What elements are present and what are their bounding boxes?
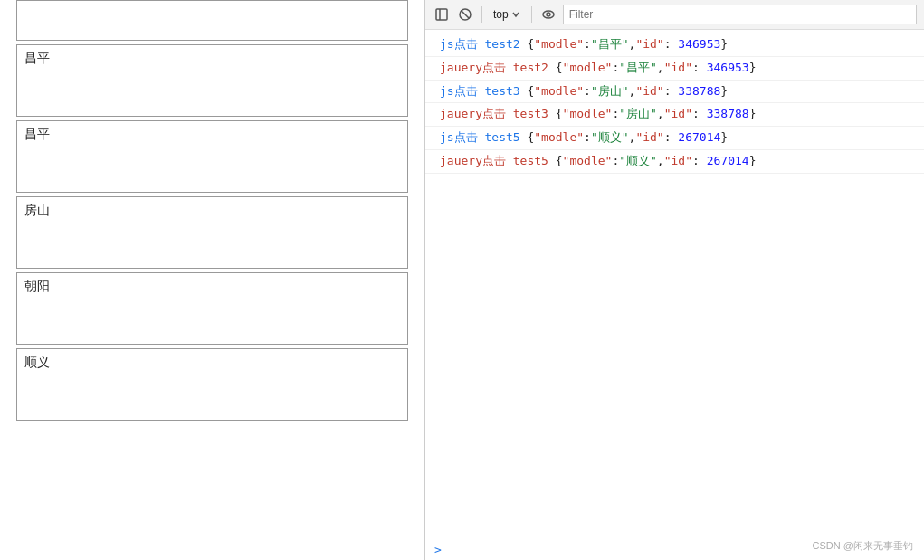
svg-line-3 [462,11,470,19]
svg-point-4 [543,11,554,18]
console-line: jauery点击 test5 {"modle":"顺义","id": 26701… [425,150,924,174]
console-line: js点击 test2 {"modle":"昌平","id": 346953} [425,33,924,57]
list-item[interactable]: 昌平 [16,120,408,193]
list-item[interactable]: 房山 [16,196,408,269]
list-item-title-1: 昌平 [24,51,400,67]
list-item[interactable]: 顺义 [16,348,408,421]
list-item[interactable]: 昌平 [16,44,408,117]
toolbar-divider [481,6,482,23]
list-item-title-5: 顺义 [24,355,400,371]
top-label: top [493,8,509,21]
list-item[interactable]: 朝阳 [16,272,408,345]
panel-toggle-icon[interactable] [433,5,451,24]
toolbar-divider2 [531,6,532,23]
filter-input[interactable] [563,5,917,24]
list-item-title-4: 朝阳 [24,279,400,295]
top-dropdown[interactable]: top [490,6,524,23]
console-line: js点击 test5 {"modle":"顺义","id": 267014} [425,127,924,150]
console-line: jauery点击 test2 {"modle":"昌平","id": 34695… [425,57,924,81]
block-icon[interactable] [456,5,474,24]
left-panel: 昌平 昌平 房山 朝阳 顺义 [0,0,425,560]
svg-rect-0 [436,9,447,20]
console-line: js点击 test3 {"modle":"房山","id": 338788} [425,81,924,104]
console-output: js点击 test2 {"modle":"昌平","id": 346953}ja… [425,30,924,539]
list-item-title-3: 房山 [24,203,400,219]
right-panel: top js点击 test2 {"modle":"昌平","id": 34695… [425,0,924,560]
eye-icon[interactable] [539,5,557,24]
watermark: CSDN @闲来无事垂钓 [813,539,913,553]
svg-point-5 [547,13,550,16]
devtools-toolbar: top [425,0,924,30]
list-item-partial[interactable] [16,0,408,41]
list-item-title-2: 昌平 [24,127,400,143]
console-line: jauery点击 test3 {"modle":"房山","id": 33878… [425,103,924,127]
chevron-down-icon [511,10,520,19]
